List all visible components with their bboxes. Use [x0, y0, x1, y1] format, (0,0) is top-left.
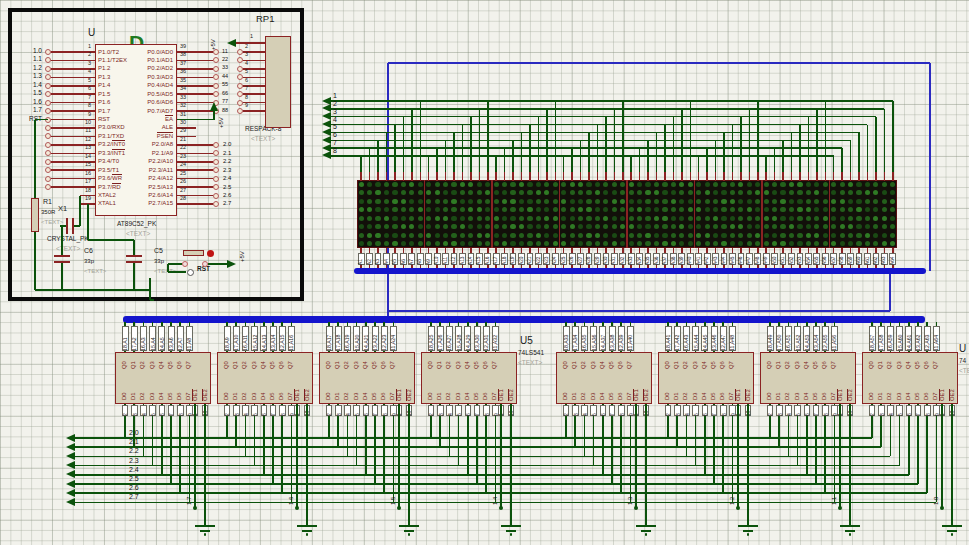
wire[interactable]: [88, 239, 134, 241]
matrix-pin[interactable]: [892, 172, 894, 181]
matrix-pin[interactable]: [445, 172, 447, 181]
matrix-column-tap[interactable]: [858, 132, 860, 172]
matrix-pin[interactable]: [765, 172, 767, 181]
pin-terminal[interactable]: [45, 100, 51, 106]
matrix-pin[interactable]: [841, 172, 843, 181]
matrix-column-tap[interactable]: [757, 101, 759, 172]
buffer-pin-wire[interactable]: [815, 404, 817, 484]
buffer-pin-wire[interactable]: [374, 404, 376, 484]
row-wire[interactable]: [330, 132, 859, 134]
matrix-column-tap[interactable]: [875, 117, 877, 172]
matrix-block-separator[interactable]: [626, 180, 628, 248]
matrix-pin[interactable]: [774, 172, 776, 181]
matrix-pin[interactable]: [369, 172, 371, 181]
pin-terminal[interactable]: [45, 49, 51, 55]
matrix-column-tap[interactable]: [369, 148, 371, 172]
matrix-pin[interactable]: [546, 172, 548, 181]
pin-terminal[interactable]: [213, 193, 219, 199]
pin-terminal[interactable]: [45, 66, 51, 72]
matrix-column-tap[interactable]: [622, 101, 624, 172]
ground-symbol[interactable]: [297, 525, 317, 527]
row-wire[interactable]: [330, 100, 893, 102]
matrix-column-tap[interactable]: [436, 148, 438, 172]
buffer-pin-wire[interactable]: [917, 404, 919, 484]
matrix-pin[interactable]: [479, 172, 481, 181]
matrix-pin[interactable]: [808, 172, 810, 181]
data-net-wire[interactable]: [72, 465, 900, 467]
matrix-column-tap[interactable]: [723, 132, 725, 172]
matrix-pin[interactable]: [571, 172, 573, 181]
ground-symbol[interactable]: [195, 525, 215, 527]
matrix-column-tap[interactable]: [521, 132, 523, 172]
ground-symbol[interactable]: [501, 525, 521, 527]
pin-terminal[interactable]: [213, 83, 219, 89]
ground-symbol[interactable]: [641, 530, 651, 532]
matrix-column-tap[interactable]: [664, 125, 666, 172]
wire[interactable]: [79, 196, 81, 226]
wire[interactable]: [34, 232, 36, 290]
matrix-pin[interactable]: [504, 172, 506, 181]
bus-route[interactable]: [388, 62, 930, 64]
buffer-pin-wire[interactable]: [834, 404, 836, 502]
row-wire[interactable]: [330, 147, 842, 149]
matrix-pin[interactable]: [791, 172, 793, 181]
matrix-pin[interactable]: [782, 172, 784, 181]
ground-symbol[interactable]: [506, 530, 516, 532]
data-net-wire[interactable]: [72, 474, 909, 476]
buffer-pin-wire[interactable]: [941, 404, 943, 508]
matrix-column-tap[interactable]: [504, 148, 506, 172]
matrix-pin[interactable]: [630, 172, 632, 181]
matrix-column-tap[interactable]: [639, 148, 641, 172]
pin-wire[interactable]: [236, 42, 265, 44]
matrix-pin[interactable]: [529, 172, 531, 181]
ground-symbol[interactable]: [399, 525, 419, 527]
matrix-column-tap[interactable]: [850, 140, 852, 172]
matrix-column-tap[interactable]: [833, 156, 835, 172]
matrix-pin[interactable]: [470, 172, 472, 181]
buffer-pin-wire[interactable]: [611, 404, 613, 484]
matrix-column-tap[interactable]: [571, 148, 573, 172]
matrix-pin[interactable]: [428, 172, 430, 181]
matrix-pin[interactable]: [487, 172, 489, 181]
matrix-pin[interactable]: [723, 172, 725, 181]
matrix-pin[interactable]: [597, 172, 599, 181]
matrix-pin[interactable]: [875, 172, 877, 181]
matrix-column-tap[interactable]: [698, 156, 700, 172]
data-net-wire[interactable]: [72, 456, 890, 458]
c5-body[interactable]: [126, 255, 142, 257]
ground-symbol[interactable]: [947, 530, 957, 532]
matrix-pin[interactable]: [850, 172, 852, 181]
buffer-pin-wire[interactable]: [272, 404, 274, 484]
matrix-column-tap[interactable]: [377, 140, 379, 172]
matrix-pin[interactable]: [825, 172, 827, 181]
matrix-column-tap[interactable]: [588, 132, 590, 172]
pin-terminal[interactable]: [45, 142, 51, 148]
matrix-column-tap[interactable]: [732, 125, 734, 172]
ground-symbol[interactable]: [840, 525, 860, 527]
bus-route[interactable]: [929, 63, 931, 271]
matrix-column-tap[interactable]: [774, 148, 776, 172]
ground-symbol[interactable]: [738, 525, 758, 527]
data-net-wire[interactable]: [72, 446, 881, 448]
column-bus[interactable]: [123, 316, 925, 323]
wire[interactable]: [34, 120, 36, 198]
buffer-pin-wire[interactable]: [824, 404, 826, 493]
matrix-pin[interactable]: [799, 172, 801, 181]
buffer-pin-wire[interactable]: [936, 404, 938, 502]
matrix-pin[interactable]: [394, 172, 396, 181]
matrix-column-tap[interactable]: [428, 156, 430, 172]
matrix-column-tap[interactable]: [555, 101, 557, 172]
matrix-column-tap[interactable]: [403, 117, 405, 172]
buffer-pin-wire[interactable]: [732, 404, 734, 502]
buffer-pin-wire[interactable]: [291, 404, 293, 502]
matrix-pin[interactable]: [377, 172, 379, 181]
buffer-pin-wire[interactable]: [393, 404, 395, 502]
matrix-pin[interactable]: [614, 172, 616, 181]
matrix-block-separator[interactable]: [694, 180, 696, 248]
wire[interactable]: [133, 263, 135, 290]
matrix-column-tap[interactable]: [538, 117, 540, 172]
wire[interactable]: [168, 263, 182, 265]
matrix-column-tap[interactable]: [740, 117, 742, 172]
matrix-column-tap[interactable]: [420, 101, 422, 172]
pin-terminal[interactable]: [213, 201, 219, 207]
